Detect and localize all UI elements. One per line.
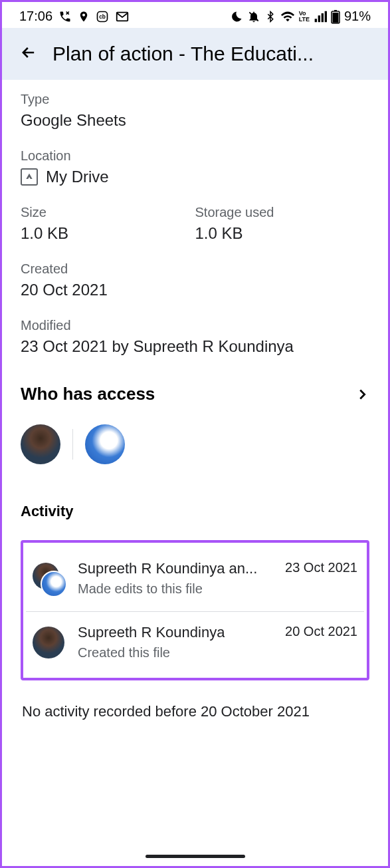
created-section: Created 20 Oct 2021 bbox=[21, 261, 369, 299]
activity-footer: No activity recorded before 20 October 2… bbox=[21, 703, 369, 720]
activity-desc: Made edits to this file bbox=[78, 581, 357, 597]
modified-section: Modified 23 Oct 2021 by Supreeth R Kound… bbox=[21, 318, 369, 356]
size-label: Size bbox=[21, 205, 195, 220]
activity-avatar bbox=[33, 627, 64, 658]
location-section: Location My Drive bbox=[21, 148, 369, 186]
location-label: Location bbox=[21, 148, 369, 164]
size-value: 1.0 KB bbox=[21, 224, 195, 243]
dnd-icon bbox=[230, 10, 243, 23]
type-label: Type bbox=[21, 92, 369, 107]
user-avatar-2[interactable] bbox=[85, 424, 125, 464]
volte-icon: VoLTE bbox=[299, 11, 310, 23]
back-button[interactable] bbox=[19, 43, 38, 65]
status-left: 17:06 cb bbox=[19, 9, 130, 24]
svg-rect-6 bbox=[332, 13, 338, 23]
header-bar: Plan of action - The Educati... bbox=[2, 28, 388, 80]
modified-value: 23 Oct 2021 by Supreeth R Koundinya bbox=[21, 337, 369, 356]
location-value[interactable]: My Drive bbox=[46, 168, 109, 186]
access-title: Who has access bbox=[21, 384, 155, 404]
activity-name: Supreeth R Koundinya an... bbox=[78, 560, 257, 577]
activity-title: Activity bbox=[21, 503, 369, 520]
drive-icon bbox=[21, 168, 38, 186]
user-avatar-1[interactable] bbox=[21, 424, 60, 464]
type-section: Type Google Sheets bbox=[21, 92, 369, 130]
svg-text:cb: cb bbox=[99, 13, 106, 20]
app-icon: cb bbox=[96, 10, 109, 23]
page-title: Plan of action - The Educati... bbox=[52, 43, 375, 65]
avatar bbox=[41, 571, 67, 597]
activity-avatar-stack bbox=[33, 563, 64, 595]
avatar-divider bbox=[72, 429, 73, 460]
chevron-right-icon bbox=[355, 387, 369, 402]
activity-date: 23 Oct 2021 bbox=[285, 560, 357, 577]
missed-call-icon bbox=[58, 10, 72, 23]
nav-handle[interactable] bbox=[146, 855, 245, 858]
activity-item[interactable]: Supreeth R Koundinya an... 23 Oct 2021 M… bbox=[26, 548, 364, 612]
battery-icon bbox=[331, 9, 340, 24]
notification-off-icon bbox=[247, 10, 260, 23]
type-value: Google Sheets bbox=[21, 111, 369, 130]
wifi-icon bbox=[280, 9, 295, 24]
created-value: 20 Oct 2021 bbox=[21, 281, 369, 299]
battery-percent: 91% bbox=[344, 9, 371, 24]
activity-item[interactable]: Supreeth R Koundinya 20 Oct 2021 Created… bbox=[26, 612, 364, 675]
storage-label: Storage used bbox=[195, 205, 370, 220]
status-bar: 17:06 cb VoLTE 91 bbox=[2, 2, 388, 28]
access-avatars bbox=[21, 424, 369, 464]
access-row[interactable]: Who has access bbox=[21, 384, 369, 404]
size-section: Size 1.0 KB bbox=[21, 205, 195, 243]
svg-rect-5 bbox=[334, 10, 337, 11]
activity-date: 20 Oct 2021 bbox=[285, 624, 357, 641]
activity-name: Supreeth R Koundinya bbox=[78, 624, 225, 641]
location-icon bbox=[78, 11, 90, 23]
status-right: VoLTE 91% bbox=[230, 9, 371, 24]
created-label: Created bbox=[21, 261, 369, 277]
gmail-icon bbox=[115, 9, 130, 24]
bluetooth-icon bbox=[264, 11, 276, 23]
activity-highlight-box: Supreeth R Koundinya an... 23 Oct 2021 M… bbox=[21, 540, 369, 680]
modified-label: Modified bbox=[21, 318, 369, 333]
storage-value: 1.0 KB bbox=[195, 224, 370, 243]
status-time: 17:06 bbox=[19, 9, 52, 24]
signal-icon bbox=[314, 10, 327, 23]
activity-desc: Created this file bbox=[78, 645, 357, 660]
storage-section: Storage used 1.0 KB bbox=[195, 205, 370, 243]
